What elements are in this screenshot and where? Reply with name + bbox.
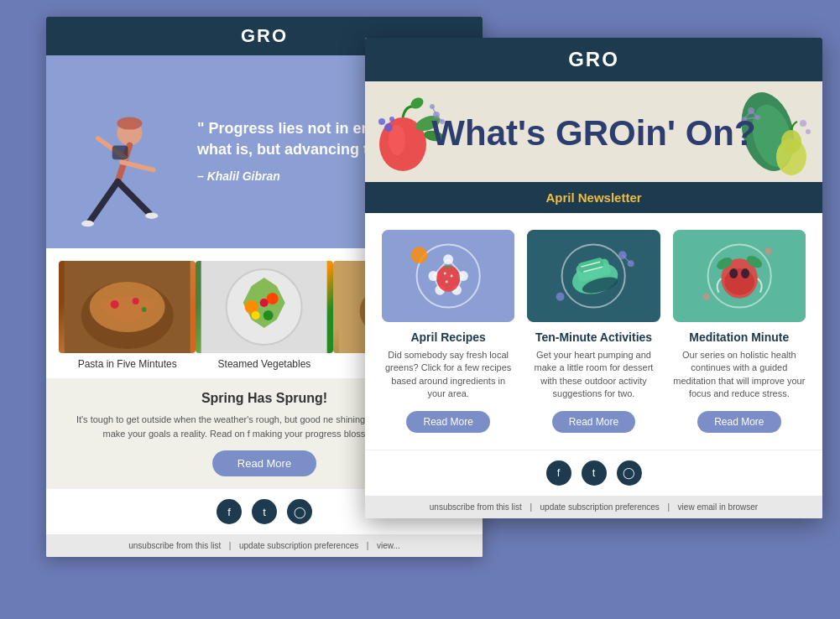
recipes-icon — [382, 230, 514, 322]
front-subtitle-text: April Newsletter — [545, 190, 641, 205]
pasta-image — [59, 261, 196, 353]
meditation-icon — [673, 230, 806, 322]
svg-point-14 — [133, 298, 139, 304]
svg-point-32 — [389, 117, 394, 122]
svg-line-6 — [117, 182, 149, 214]
svg-point-85 — [729, 268, 738, 278]
back-preferences-link[interactable]: update subscription preferences — [239, 541, 358, 550]
svg-point-20 — [267, 293, 279, 304]
front-header: GRO — [365, 38, 822, 81]
front-instagram-icon[interactable]: ◯ — [617, 460, 642, 486]
activities-card-text: Get your heart pumping and make a little… — [527, 349, 660, 401]
activities-icon — [527, 230, 660, 322]
front-social-bar: f t ◯ — [365, 450, 822, 496]
back-read-more-button[interactable]: Read More — [212, 450, 316, 476]
meditation-card-image — [673, 230, 806, 322]
veggies-image — [196, 261, 332, 353]
back-logo-text: GRO — [241, 25, 288, 46]
front-twitter-icon[interactable]: t — [582, 460, 607, 486]
veggies-label: Steamed Vegetables — [196, 358, 332, 370]
facebook-icon[interactable]: f — [217, 499, 242, 524]
food-item-veggies: Steamed Vegetables — [196, 261, 332, 370]
card-activities: Ten-Minute Activities Get your heart pum… — [527, 230, 660, 433]
pasta-label: Pasta in Five Mintutes — [59, 358, 196, 370]
meditation-card-title: Meditation Minute — [673, 330, 806, 344]
activities-read-more-button[interactable]: Read More — [552, 411, 635, 433]
recipes-card-image — [382, 230, 514, 322]
yoga-icon — [71, 111, 172, 245]
back-unsubscribe-link[interactable]: unsubscribe from this list — [128, 541, 221, 550]
svg-point-8 — [145, 212, 158, 219]
front-view-link[interactable]: view email in browser — [678, 502, 759, 512]
svg-point-84 — [724, 268, 754, 295]
front-unsubscribe-link[interactable]: unsubscribe from this list — [430, 502, 522, 512]
front-cards-section: April Recipes Did somebody say fresh loc… — [365, 213, 822, 450]
svg-line-5 — [90, 182, 117, 221]
svg-rect-9 — [112, 145, 128, 159]
svg-line-4 — [122, 162, 154, 169]
instagram-icon[interactable]: ◯ — [287, 499, 312, 524]
svg-point-43 — [781, 130, 801, 153]
back-footer: unsubscribe from this list | update subs… — [46, 534, 483, 557]
recipes-card-title: April Recipes — [382, 330, 514, 344]
svg-point-1 — [117, 117, 142, 130]
svg-point-22 — [252, 311, 260, 320]
meditation-card-text: Our series on holistic health continues … — [673, 349, 806, 401]
card-meditation: Meditation Minute Our series on holistic… — [673, 230, 806, 433]
svg-point-66 — [451, 275, 453, 278]
meditation-read-more-button[interactable]: Read More — [697, 411, 780, 433]
yoga-figure-container — [71, 111, 172, 248]
front-logo-text: GRO — [568, 48, 619, 70]
svg-point-29 — [409, 96, 425, 111]
svg-point-79 — [556, 293, 565, 301]
front-footer: unsubscribe from this list | update subs… — [365, 496, 822, 518]
front-newsletter: GRO — [365, 38, 822, 518]
svg-point-7 — [81, 221, 94, 227]
activities-card-title: Ten-Minute Activities — [527, 330, 660, 344]
svg-point-15 — [142, 307, 147, 312]
svg-point-13 — [111, 300, 119, 309]
svg-point-90 — [702, 294, 709, 300]
svg-point-21 — [263, 310, 274, 320]
svg-point-30 — [384, 123, 393, 132]
svg-point-86 — [741, 268, 749, 278]
svg-point-31 — [378, 118, 385, 125]
svg-point-50 — [800, 120, 806, 127]
card-recipes: April Recipes Did somebody say fresh loc… — [382, 230, 514, 433]
back-view-link[interactable]: view... — [377, 541, 400, 550]
front-hero: What's GROin' On? — [365, 81, 822, 182]
svg-point-64 — [436, 265, 460, 292]
front-preferences-link[interactable]: update subscription preferences — [540, 502, 660, 512]
recipes-card-text: Did somebody say fresh local greens? Cli… — [382, 349, 514, 401]
front-facebook-icon[interactable]: f — [546, 460, 571, 486]
svg-point-89 — [764, 247, 771, 254]
front-hero-title: What's GROin' On? — [431, 112, 755, 154]
activities-card-image — [527, 230, 660, 322]
svg-point-51 — [806, 129, 811, 134]
recipes-read-more-button[interactable]: Read More — [406, 411, 489, 433]
svg-point-23 — [260, 299, 269, 307]
twitter-icon[interactable]: t — [252, 499, 277, 524]
food-item-pasta: Pasta in Five Mintutes — [59, 261, 196, 370]
svg-point-67 — [446, 280, 448, 283]
svg-point-68 — [411, 247, 428, 263]
svg-point-65 — [444, 273, 446, 275]
